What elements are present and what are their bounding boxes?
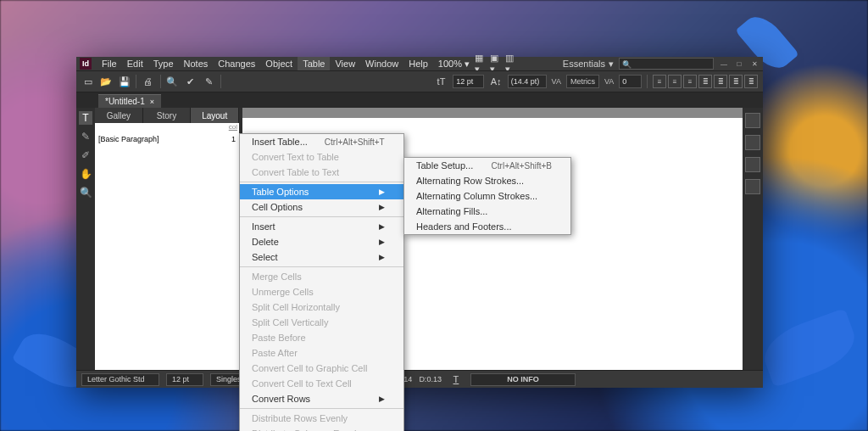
align-center-button[interactable]: ≡ <box>668 75 682 88</box>
menu-item-insert[interactable]: Insert▶ <box>240 219 403 234</box>
paragraph-style-name: [Basic Paragraph] <box>98 135 159 143</box>
print-icon[interactable]: 🖨 <box>142 74 154 89</box>
tool-strip: T ✎ ✐ ✋ 🔍 <box>76 108 95 370</box>
document-tab[interactable]: *Untitled-1 × <box>98 94 161 108</box>
open-icon[interactable]: 📂 <box>99 74 112 89</box>
status-size-field[interactable]: 12 pt <box>166 373 203 386</box>
menu-item-select[interactable]: Select▶ <box>240 249 403 265</box>
leading-icon: A↕ <box>489 74 502 89</box>
menu-edit[interactable]: Edit <box>122 57 148 70</box>
menu-item-split-cell-horizontally: Split Cell Horizontally <box>240 299 403 315</box>
menu-item-convert-rows[interactable]: Convert Rows▶ <box>240 391 403 406</box>
spellcheck-icon[interactable]: ✔ <box>184 74 197 89</box>
justify-last-right-button[interactable]: ≣ <box>744 75 758 88</box>
status-font-field[interactable]: Letter Gothic Std <box>81 373 159 386</box>
tracking-label: VA <box>604 77 614 86</box>
view-mode-icon[interactable]: ▦ ▾ <box>475 56 490 71</box>
menu-object[interactable]: Object <box>260 57 298 70</box>
hand-tool-icon[interactable]: ✋ <box>79 167 92 181</box>
menu-changes[interactable]: Changes <box>213 57 260 70</box>
panel-toggle-icon[interactable]: ▭ <box>81 74 94 89</box>
type-tool-icon[interactable]: T <box>79 111 92 125</box>
justify-button[interactable]: ≣ <box>698 75 712 88</box>
menu-table[interactable]: Table <box>298 57 330 70</box>
canvas-ruler <box>242 108 743 118</box>
arrange-icon[interactable]: ▥ ▾ <box>505 56 520 71</box>
font-size-field[interactable]: 12 pt <box>453 75 484 88</box>
note-tool-icon[interactable]: ✎ <box>79 130 92 143</box>
status-bar: Letter Gothic Std 12 pt Singlespace ▮ ▬ … <box>76 370 763 388</box>
table-options-submenu: Table Setup...Ctrl+Alt+Shift+BAlternatin… <box>403 157 571 235</box>
justify-last-left-button[interactable]: ≣ <box>714 75 727 88</box>
zoom-tool-icon[interactable]: 🔍 <box>79 186 92 199</box>
menu-item-paste-before: Paste Before <box>240 330 403 345</box>
leading-field[interactable]: (14.4 pt) <box>508 75 547 88</box>
panel-tab-galley[interactable]: Galley <box>95 108 143 123</box>
menu-item-unmerge-cells: Unmerge Cells <box>240 284 403 299</box>
panel-icon[interactable] <box>745 179 760 194</box>
info-icon: T <box>448 372 464 387</box>
workspace-switcher[interactable]: Essentials ▾ <box>563 59 614 70</box>
align-right-button[interactable]: ≡ <box>683 75 697 88</box>
menu-item-convert-cell-to-text-cell: Convert Cell to Text Cell <box>240 376 403 391</box>
menu-item-table-options[interactable]: Table Options▶ <box>240 184 403 199</box>
menu-bar: Id FileEditTypeNotesChangesObjectTableVi… <box>76 57 763 70</box>
document-tab-title: *Untitled-1 <box>105 97 145 106</box>
panel-icon[interactable] <box>745 113 760 128</box>
save-icon[interactable]: 💾 <box>118 74 131 89</box>
menu-file[interactable]: File <box>97 57 122 70</box>
justify-last-center-button[interactable]: ≣ <box>729 75 743 88</box>
minimize-button[interactable]: — <box>719 59 729 68</box>
submenu-item-alternating-fills[interactable]: Alternating Fills... <box>404 204 570 219</box>
menu-item-convert-text-to-table: Convert Text to Table <box>240 149 403 165</box>
panel-icon[interactable] <box>745 135 760 150</box>
eyedropper-tool-icon[interactable]: ✐ <box>79 148 92 162</box>
right-panel-strip <box>743 108 763 370</box>
panel-row-number: 1 <box>231 135 236 143</box>
status-dist: D:0.13 <box>419 375 442 383</box>
panel-tabs: GalleyStoryLayout <box>95 108 239 123</box>
zoom-level[interactable]: 100% ▾ <box>433 57 475 71</box>
menu-notes[interactable]: Notes <box>179 57 214 70</box>
kerning-field[interactable]: Metrics <box>566 75 599 88</box>
menu-item-delete[interactable]: Delete▶ <box>240 234 403 249</box>
menu-item-cell-options[interactable]: Cell Options▶ <box>240 199 403 215</box>
app-window: Id FileEditTypeNotesChangesObjectTableVi… <box>76 57 763 388</box>
menu-item-convert-cell-to-graphic-cell: Convert Cell to Graphic Cell <box>240 361 403 376</box>
align-left-button[interactable]: ≡ <box>653 75 666 88</box>
close-button[interactable]: ✕ <box>749 59 760 68</box>
panel-content[interactable]: col [Basic Paragraph] 1 <box>95 123 239 370</box>
submenu-item-headers-and-footers[interactable]: Headers and Footers... <box>404 219 570 234</box>
tracking-field[interactable]: 0 <box>619 75 642 88</box>
menu-item-insert-table[interactable]: Insert Table...Ctrl+Alt+Shift+T <box>240 134 403 149</box>
document-tab-strip: *Untitled-1 × <box>76 92 763 108</box>
menu-item-distribute-rows-evenly: Distribute Rows Evenly <box>240 411 403 426</box>
submenu-item-alternating-row-strokes[interactable]: Alternating Row Strokes... <box>404 173 570 188</box>
search-input[interactable]: 🔍 <box>619 58 714 70</box>
panel-tab-story[interactable]: Story <box>143 108 192 123</box>
menu-item-convert-table-to-text: Convert Table to Text <box>240 165 403 180</box>
panel-tab-layout[interactable]: Layout <box>191 108 239 123</box>
menu-item-split-cell-vertically: Split Cell Vertically <box>240 315 403 330</box>
menu-view[interactable]: View <box>330 57 360 70</box>
story-panel: GalleyStoryLayout col [Basic Paragraph] … <box>95 108 239 370</box>
submenu-item-alternating-column-strokes[interactable]: Alternating Column Strokes... <box>404 188 570 204</box>
menu-type[interactable]: Type <box>148 57 179 70</box>
submenu-item-table-setup[interactable]: Table Setup...Ctrl+Alt+Shift+B <box>404 158 570 173</box>
table-menu-dropdown: Insert Table...Ctrl+Alt+Shift+TConvert T… <box>239 133 404 431</box>
panel-icon[interactable] <box>745 157 760 172</box>
workspace-body: T ✎ ✐ ✋ 🔍 GalleyStoryLayout col [Basic P… <box>76 108 763 370</box>
align-buttons: ≡ ≡ ≡ ≣ ≣ ≣ ≣ <box>653 75 758 88</box>
panel-column-heading: col <box>229 123 237 131</box>
menu-item-merge-cells: Merge Cells <box>240 269 403 284</box>
maximize-button[interactable]: □ <box>734 59 744 68</box>
document-tab-close-icon[interactable]: × <box>150 98 154 106</box>
menu-help[interactable]: Help <box>403 57 433 70</box>
status-info-field[interactable]: NO INFO <box>470 373 576 386</box>
changes-icon[interactable]: ✎ <box>202 74 214 89</box>
menu-window[interactable]: Window <box>360 57 403 70</box>
find-icon[interactable]: 🔍 <box>166 74 179 89</box>
type-scale-icon: tT <box>435 74 448 89</box>
screen-mode-icon[interactable]: ▣ ▾ <box>490 56 505 71</box>
control-panel: ▭ 📂 💾 🖨 🔍 ✔ ✎ tT 12 pt A↕ (14.4 pt) VA M… <box>76 70 763 92</box>
